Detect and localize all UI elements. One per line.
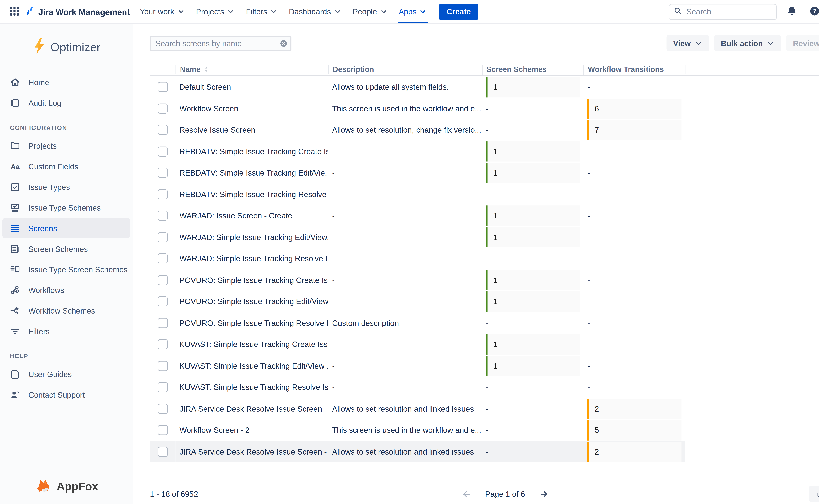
cell-description: - [328,141,482,162]
cell-name[interactable]: Workflow Screen - 2 [176,420,328,441]
screens-search-input[interactable] [150,35,291,51]
audit-log-icon [9,97,21,108]
sidebar-item-filters[interactable]: Filters [2,321,130,341]
nav-item-apps[interactable]: Apps [393,0,433,23]
cell-name[interactable]: POVURO: Simple Issue Tracking Edit/View.… [176,291,328,312]
home-icon [9,77,21,88]
row-checkbox[interactable] [158,275,168,285]
table-row: Workflow Screen - 2 This screen is used … [150,420,819,441]
export-button[interactable]: Export [809,486,819,502]
table-row: WARJAD: Simple Issue Tracking Edit/View.… [150,226,819,248]
product-logo[interactable]: Jira Work Management [25,5,130,18]
cell-screen-schemes: 1 [482,141,584,162]
sidebar-item-projects[interactable]: Projects [2,135,130,156]
bulk-action-button[interactable]: Bulk action [714,35,781,51]
column-header-name[interactable]: Name [176,65,328,74]
cell-description: Allows to set resolution and linked issu… [328,441,482,462]
cell-name[interactable]: WARJAD: Issue Screen - Create [176,205,328,226]
nav-item-your-work[interactable]: Your work [134,0,190,23]
sidebar-item-issue-types[interactable]: Issue Types [2,177,130,197]
sidebar-item-audit-log[interactable]: Audit Log [2,93,130,113]
review-changes-button[interactable]: Review changes [786,35,819,51]
row-checkbox[interactable] [158,103,168,113]
row-checkbox[interactable] [158,425,168,435]
row-checkbox[interactable] [158,382,168,392]
cell-name[interactable]: POVURO: Simple Issue Tracking Create Is.… [176,269,328,291]
global-search[interactable] [669,4,777,20]
cell-name[interactable]: KUVAST: Simple Issue Tracking Resolve Is… [176,377,328,398]
cell-name[interactable]: POVURO: Simple Issue Tracking Resolve I.… [176,312,328,334]
top-navigation: Jira Work Management Your workProjectsFi… [0,0,819,24]
notifications-button[interactable] [784,4,800,19]
cell-workflow-transitions: 6 [584,98,685,119]
cell-name[interactable]: REBDATV: Simple Issue Tracking Resolve I… [176,184,328,205]
cell-description: This screen is used in the workflow and … [328,420,482,441]
view-button[interactable]: View [666,35,709,51]
nav-item-filters[interactable]: Filters [240,0,283,23]
sidebar-item-screens[interactable]: Screens [2,218,130,238]
table-row: POVURO: Simple Issue Tracking Edit/View.… [150,291,819,312]
sidebar-item-issue-type-screen-schemes[interactable]: Issue Type Screen Schemes [2,259,130,280]
row-checkbox[interactable] [158,361,168,371]
row-checkbox[interactable] [158,447,168,457]
nav-item-people[interactable]: People [347,0,393,23]
row-checkbox[interactable] [158,211,168,221]
cell-screen-schemes: 1 [482,76,584,98]
prev-page-button[interactable] [461,488,472,499]
sidebar-item-custom-fields[interactable]: AaCustom Fields [2,156,130,177]
sidebar-item-user-guides[interactable]: User Guides [2,364,130,384]
cell-description: - [328,291,482,312]
cell-name[interactable]: WARJAD: Simple Issue Tracking Edit/View.… [176,226,328,248]
row-checkbox[interactable] [158,168,168,178]
table-row: WARJAD: Issue Screen - Create - 1 - [150,205,819,226]
cell-workflow-transitions: - [584,269,685,291]
column-header-screen-schemes[interactable]: Screen Schemes [482,64,584,74]
row-checkbox[interactable] [158,189,168,199]
sidebar-item-screen-schemes[interactable]: Screen Schemes [2,238,130,259]
sidebar-item-issue-type-schemes[interactable]: Issue Type Schemes [2,197,130,218]
cell-name[interactable]: Default Screen [176,76,328,98]
row-checkbox[interactable] [158,404,168,414]
cell-name[interactable]: JIRA Service Desk Resolve Issue Screen -… [176,441,328,462]
cell-screen-schemes: - [482,98,584,119]
create-button[interactable]: Create [439,4,478,20]
table-header: NameDescriptionScreen SchemesWorkflow Tr… [150,64,819,76]
sidebar-item-contact-support[interactable]: Contact Support [2,384,130,405]
row-checkbox[interactable] [158,232,168,242]
cell-name[interactable]: Resolve Issue Screen [176,119,328,141]
cell-name[interactable]: REBDATV: Simple Issue Tracking Create Is… [176,141,328,162]
global-search-input[interactable] [685,7,772,17]
nav-item-dashboards[interactable]: Dashboards [283,0,347,23]
row-checkbox[interactable] [158,339,168,349]
next-page-button[interactable] [539,488,550,499]
sidebar-item-workflow-schemes[interactable]: Workflow Schemes [2,300,130,321]
screens-search [150,35,291,51]
workflow-transitions-count: 5 [587,420,681,440]
column-header-workflow-transitions[interactable]: Workflow Transitions [584,64,685,74]
cell-name[interactable]: WARJAD: Simple Issue Tracking Resolve I.… [176,248,328,269]
row-checkbox[interactable] [158,146,168,156]
help-button[interactable]: ? [807,4,819,19]
sidebar-item-home[interactable]: Home [2,72,130,93]
cell-workflow-transitions: - [584,226,685,248]
app-switcher-button[interactable] [7,4,22,19]
cell-name[interactable]: Workflow Screen [176,98,328,119]
cell-name[interactable]: JIRA Service Desk Resolve Issue Screen [176,398,328,420]
row-checkbox[interactable] [158,318,168,328]
column-header-description[interactable]: Description [328,65,482,74]
cell-name[interactable]: KUVAST: Simple Issue Tracking Edit/View … [176,355,328,377]
row-checkbox[interactable] [158,297,168,307]
nav-item-projects[interactable]: Projects [190,0,240,23]
app-grid-icon [9,5,20,18]
row-checkbox[interactable] [158,254,168,264]
cell-name[interactable]: KUVAST: Simple Issue Tracking Create Iss… [176,334,328,355]
cell-workflow-transitions: - [584,162,685,184]
row-checkbox[interactable] [158,125,168,135]
table-row: KUVAST: Simple Issue Tracking Resolve Is… [150,377,819,398]
sidebar-item-workflows[interactable]: Workflows [2,280,130,300]
row-checkbox[interactable] [158,82,168,92]
clear-search-icon[interactable] [280,39,288,47]
svg-text:?: ? [813,8,817,14]
cell-name[interactable]: REBDATV: Simple Issue Tracking Edit/Vie.… [176,162,328,184]
toolbar: View Bulk action Review changes [150,35,819,51]
